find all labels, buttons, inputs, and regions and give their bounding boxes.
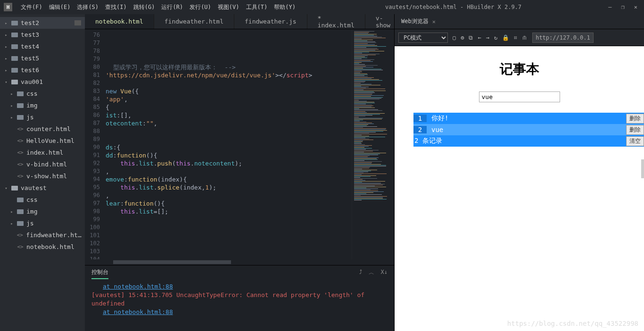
code-line[interactable] bbox=[104, 79, 352, 87]
code-line[interactable] bbox=[104, 223, 352, 232]
code-line[interactable]: { bbox=[104, 103, 352, 111]
code-line[interactable] bbox=[104, 232, 352, 240]
delete-button[interactable]: 删除 bbox=[626, 114, 644, 124]
folder-item[interactable]: ▸css bbox=[0, 88, 85, 99]
code-line[interactable]: ds:{ bbox=[104, 143, 352, 151]
code-line[interactable]: new Vue({ bbox=[104, 87, 352, 95]
toggle-icon[interactable]: ▸ bbox=[9, 115, 14, 120]
code-line[interactable] bbox=[104, 127, 352, 135]
code-line[interactable] bbox=[104, 55, 352, 63]
console-link[interactable]: at notebook.html:88 bbox=[103, 308, 388, 316]
delete-button[interactable]: 删除 bbox=[626, 125, 644, 135]
menu-item[interactable]: 视图(V) bbox=[215, 2, 242, 12]
code-line[interactable]: this.list=[]; bbox=[104, 207, 352, 215]
folder-item[interactable]: ▾vau001 bbox=[0, 76, 85, 88]
minimap[interactable] bbox=[352, 29, 394, 259]
device-icon[interactable]: ▢ bbox=[453, 34, 456, 41]
folder-item[interactable]: ▸img bbox=[0, 99, 85, 111]
note-input[interactable] bbox=[479, 91, 560, 102]
browser-tab-close-icon[interactable]: ✕ bbox=[432, 18, 436, 25]
minimize-button[interactable]: — bbox=[608, 4, 611, 10]
toggle-icon[interactable]: ▸ bbox=[9, 91, 14, 96]
folder-item[interactable]: ▸test5 bbox=[0, 52, 85, 64]
file-item[interactable]: <>v-bind.html bbox=[0, 158, 85, 170]
code-line[interactable]: , bbox=[104, 191, 352, 199]
code-line[interactable]: ist:[], bbox=[104, 111, 352, 119]
code-line[interactable] bbox=[104, 31, 352, 39]
rendered-page[interactable]: 记事本 1你好!删除2vue删除 2 条记录 清空 https://blog.c… bbox=[395, 46, 644, 331]
capture-icon[interactable]: ⧉ bbox=[469, 34, 473, 41]
code-line[interactable] bbox=[104, 240, 352, 248]
menu-item[interactable]: 选择(S) bbox=[74, 2, 101, 12]
code-body[interactable]: 型或学习，您可以这样使用最新版本： -->'https://cdn.jsdeli… bbox=[104, 29, 352, 259]
toggle-icon[interactable]: ▾ bbox=[4, 80, 8, 84]
file-item[interactable]: <>HelloVue.html bbox=[0, 135, 85, 147]
editor-tab[interactable]: notebook.html bbox=[85, 14, 154, 29]
folder-item[interactable]: ▸js bbox=[0, 111, 85, 123]
console-tab[interactable]: 控制台 bbox=[91, 266, 108, 279]
lock-icon[interactable]: 🔒 bbox=[502, 34, 509, 41]
code-line[interactable] bbox=[104, 47, 352, 55]
toggle-icon[interactable]: ▸ bbox=[4, 21, 8, 25]
file-item[interactable]: <>v-show.html bbox=[0, 170, 85, 182]
folder-item[interactable]: ▸test6 bbox=[0, 64, 85, 76]
folder-item[interactable]: css bbox=[0, 194, 85, 206]
toggle-icon[interactable]: ▸ bbox=[4, 56, 8, 61]
menu-item[interactable]: 运行(R) bbox=[158, 2, 186, 12]
folder-item[interactable]: ▸js bbox=[0, 217, 85, 229]
toggle-icon[interactable]: ▸ bbox=[9, 209, 14, 214]
editor-tab[interactable]: * index.html bbox=[307, 14, 365, 29]
code-line[interactable]: otecontent:"", bbox=[104, 119, 352, 127]
code-line[interactable]: this.list.splice(index,1); bbox=[104, 183, 352, 191]
forward-icon[interactable]: → bbox=[486, 34, 489, 41]
close-button[interactable]: ✕ bbox=[634, 4, 637, 10]
code-line[interactable]: lear:function(){ bbox=[104, 199, 352, 207]
console-export-icon[interactable]: ⤴ bbox=[359, 269, 362, 277]
code-editor[interactable]: 7677787980818283848586878889909192939495… bbox=[85, 29, 394, 259]
horizontal-scrollbar[interactable] bbox=[85, 259, 394, 265]
menu-item[interactable]: 帮助(Y) bbox=[271, 2, 298, 12]
menu-item[interactable]: 跳转(G) bbox=[131, 2, 158, 12]
editor-tab[interactable]: findweather.js bbox=[234, 14, 307, 29]
file-item[interactable]: <>index.html bbox=[0, 147, 85, 158]
toggle-icon[interactable]: ▾ bbox=[4, 186, 8, 190]
url-input[interactable] bbox=[532, 33, 594, 43]
folder-item[interactable]: ▸img bbox=[0, 206, 85, 217]
code-line[interactable]: 'https://cdn.jsdelivr.net/npm/vue/dist/v… bbox=[104, 71, 352, 79]
page-scrollbar[interactable] bbox=[641, 159, 644, 178]
gear-icon[interactable]: ⚙ bbox=[461, 34, 464, 41]
file-item[interactable]: <>counter.html bbox=[0, 123, 85, 135]
back-icon[interactable]: ← bbox=[478, 34, 481, 41]
toggle-icon[interactable]: ▸ bbox=[9, 221, 14, 226]
code-line[interactable]: this.list.push(this.notecontent); bbox=[104, 159, 352, 167]
code-line[interactable]: 'app', bbox=[104, 95, 352, 103]
qr-icon[interactable]: ⌗ bbox=[514, 34, 517, 41]
browser-tab[interactable]: Web浏览器 ✕ bbox=[399, 17, 438, 26]
console-link[interactable]: at notebook.html:88 bbox=[103, 282, 388, 291]
code-line[interactable] bbox=[104, 135, 352, 143]
clear-button[interactable]: 清空 bbox=[626, 136, 644, 146]
folder-item[interactable]: ▾vautest bbox=[0, 182, 85, 194]
toggle-icon[interactable]: ▸ bbox=[4, 33, 8, 37]
editor-tab[interactable]: findweather.html bbox=[154, 14, 234, 29]
file-item[interactable]: <>findweather.ht... bbox=[0, 229, 85, 241]
code-line[interactable] bbox=[104, 215, 352, 223]
code-line[interactable]: , bbox=[104, 167, 352, 175]
maximize-button[interactable]: ❐ bbox=[621, 4, 625, 10]
console-output[interactable]: at notebook.html:88[vautest] 15:41:13.70… bbox=[85, 280, 394, 331]
menu-item[interactable]: 发行(U) bbox=[187, 2, 214, 12]
code-line[interactable]: emove:function(index){ bbox=[104, 175, 352, 183]
menu-item[interactable]: 工具(T) bbox=[243, 2, 271, 12]
code-line[interactable] bbox=[104, 256, 352, 259]
code-line[interactable]: dd:function(){ bbox=[104, 151, 352, 159]
menu-item[interactable]: 文件(F) bbox=[18, 2, 45, 12]
code-line[interactable] bbox=[104, 39, 352, 47]
float-icon[interactable]: ⫙ bbox=[522, 34, 528, 41]
console-clear-icon[interactable]: X↓ bbox=[381, 269, 388, 277]
file-item[interactable]: <>notebook.html bbox=[0, 241, 85, 253]
menu-item[interactable]: 查找(I) bbox=[102, 2, 130, 12]
code-line[interactable] bbox=[104, 248, 352, 256]
console-collapse-icon[interactable]: ︿ bbox=[369, 269, 374, 277]
device-mode-select[interactable]: PC模式 bbox=[398, 33, 448, 43]
code-line[interactable]: 型或学习，您可以这样使用最新版本： --> bbox=[104, 63, 352, 71]
